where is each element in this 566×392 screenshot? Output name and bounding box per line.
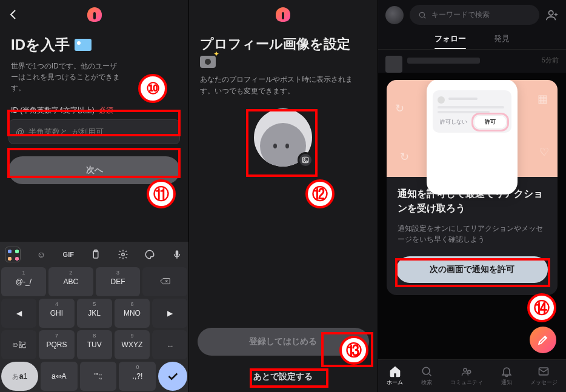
nav-notifications[interactable]: 通知 bbox=[501, 365, 513, 387]
card-description: 通知設定をオンにしてリアクションやメッセージをいち早く確認しよう bbox=[387, 218, 558, 245]
svg-point-8 bbox=[422, 367, 430, 374]
nav-messages[interactable]: メッセージ bbox=[530, 365, 558, 387]
svg-point-7 bbox=[548, 10, 553, 15]
keyboard: ☺ GIF 1@-_/ 2ABC 3DEF ◀ 4GHI bbox=[0, 242, 188, 392]
key-enter[interactable] bbox=[158, 362, 187, 391]
search-placeholder: キーワードで検索 bbox=[431, 10, 490, 20]
nav-label: 検索 bbox=[421, 379, 432, 387]
app-logo-icon bbox=[276, 7, 290, 22]
key-6[interactable]: 6MNO bbox=[115, 299, 150, 328]
feed-item[interactable]: 5分前 bbox=[378, 50, 566, 73]
page-description: 世界で1つのIDです。他のユーザーはこれを見つけることができます。 bbox=[0, 57, 133, 93]
bottom-nav: ホーム 検索 コミュニティ 通知 メッセージ bbox=[378, 359, 566, 392]
key-right[interactable]: ▶ bbox=[152, 299, 187, 328]
search-input[interactable]: キーワードで検索 bbox=[410, 5, 539, 25]
decoration-icon: ♡ bbox=[539, 145, 549, 159]
feed-thumb-icon bbox=[385, 56, 402, 73]
nav-label: コミュニティ bbox=[450, 379, 483, 387]
screen-feed-permission: キーワードで検索 フォロー 発見 5分前 ↻ ▦ ↻ ♡ bbox=[378, 0, 566, 392]
emoji-icon[interactable]: ☺ bbox=[35, 248, 48, 261]
keyboard-apps-icon[interactable] bbox=[5, 247, 21, 262]
palette-icon[interactable] bbox=[143, 248, 156, 261]
screen-id-setup: IDを入手 世界で1つのIDです。他のユーザーはこれを見つけることができます。 … bbox=[0, 0, 188, 392]
page-title: IDを入手 bbox=[0, 29, 188, 57]
decoration-icon: ↻ bbox=[400, 150, 409, 164]
back-icon[interactable] bbox=[6, 7, 21, 22]
allow-notifications-button[interactable]: 次の画面で通知を許可 bbox=[396, 256, 548, 283]
svg-rect-3 bbox=[176, 250, 179, 256]
top-bar: キーワードで検索 bbox=[378, 0, 566, 30]
key-space[interactable]: ⎵ bbox=[152, 330, 187, 359]
compose-fab[interactable] bbox=[530, 327, 556, 353]
field-label-text: ID (半角英数字4文字以上) bbox=[11, 106, 95, 115]
decoration-icon: ↻ bbox=[395, 102, 404, 115]
key-backspace[interactable] bbox=[142, 267, 187, 296]
key-0[interactable]: 0.,?! bbox=[119, 362, 156, 391]
avatar-edit-badge-icon[interactable] bbox=[298, 152, 313, 168]
svg-rect-4 bbox=[303, 158, 308, 163]
key-9[interactable]: 9WXYZ bbox=[115, 330, 150, 359]
nav-search[interactable]: 検索 bbox=[421, 365, 433, 387]
id-field-label: ID (半角英数字4文字以上) 必須 bbox=[0, 93, 188, 119]
avatar-picker[interactable] bbox=[254, 108, 312, 167]
header bbox=[189, 0, 377, 29]
mic-icon[interactable] bbox=[170, 248, 184, 261]
mock-allow-button: 許可 bbox=[474, 115, 507, 129]
required-badge: 必須 bbox=[99, 106, 113, 115]
add-person-icon[interactable] bbox=[545, 8, 559, 22]
feed-text-placeholder bbox=[407, 58, 480, 64]
svg-point-6 bbox=[419, 12, 424, 17]
feed-tabs: フォロー 発見 bbox=[378, 30, 566, 50]
screen-profile-image: プロフィール画像を設定 あなたのプロフィールやポスト時に表示されます。いつでも変… bbox=[188, 0, 377, 392]
svg-point-10 bbox=[467, 370, 470, 373]
app-logo-icon bbox=[87, 7, 102, 22]
key-punct1[interactable]: '":; bbox=[80, 362, 117, 391]
next-button[interactable]: 次へ bbox=[8, 156, 180, 184]
id-input-wrap: @ bbox=[8, 119, 180, 144]
tab-follow[interactable]: フォロー bbox=[434, 33, 466, 44]
key-case-toggle[interactable]: a⇔A bbox=[41, 362, 78, 391]
key-8[interactable]: 8TUV bbox=[77, 330, 112, 359]
nav-label: ホーム bbox=[387, 379, 403, 387]
svg-point-5 bbox=[304, 159, 305, 160]
nav-label: メッセージ bbox=[530, 379, 558, 387]
permission-illustration: ↻ ▦ ↻ ♡ 許可しない 許可 bbox=[387, 80, 558, 177]
nav-community[interactable]: コミュニティ bbox=[450, 365, 483, 387]
skip-link[interactable]: あとで設定する bbox=[189, 371, 377, 382]
key-mode-switch[interactable]: あa1 bbox=[1, 362, 38, 391]
phone-mock-icon: 許可しない 許可 bbox=[427, 80, 518, 194]
id-card-icon bbox=[75, 39, 92, 51]
key-4[interactable]: 4GHI bbox=[39, 299, 74, 328]
key-7[interactable]: 7PQRS bbox=[39, 330, 74, 359]
key-1[interactable]: 1@-_/ bbox=[1, 267, 46, 296]
mock-deny-button: 許可しない bbox=[438, 115, 470, 129]
id-input[interactable] bbox=[8, 119, 180, 144]
page-title-text: IDを入手 bbox=[11, 35, 70, 55]
notification-mock: 許可しない 許可 bbox=[433, 90, 511, 133]
svg-point-9 bbox=[464, 368, 467, 371]
nav-label: 通知 bbox=[501, 379, 512, 387]
key-3[interactable]: 3DEF bbox=[96, 267, 141, 296]
keyboard-toolbar: ☺ GIF bbox=[0, 244, 188, 266]
key-5[interactable]: 5JKL bbox=[77, 299, 112, 328]
key-emoji-mode[interactable]: ☺記 bbox=[1, 330, 36, 359]
decoration-icon: ▦ bbox=[538, 92, 548, 105]
svg-point-2 bbox=[121, 253, 124, 256]
gif-icon[interactable]: GIF bbox=[62, 248, 75, 261]
feed-meta: 5分前 bbox=[542, 56, 559, 73]
at-icon: @ bbox=[16, 127, 24, 137]
nav-home[interactable]: ホーム bbox=[387, 365, 403, 387]
settings-icon[interactable] bbox=[116, 248, 130, 261]
tab-discover[interactable]: 発見 bbox=[494, 33, 510, 44]
key-2[interactable]: 2ABC bbox=[48, 267, 93, 296]
key-left[interactable]: ◀ bbox=[1, 299, 36, 328]
register-start-button[interactable]: 登録してはじめる bbox=[198, 328, 368, 356]
clipboard-icon[interactable] bbox=[89, 248, 102, 261]
page-description: あなたのプロフィールやポスト時に表示されます。いつでも変更できます。 bbox=[189, 68, 377, 96]
header bbox=[0, 0, 188, 29]
camera-icon bbox=[200, 56, 216, 68]
permission-card: ↻ ▦ ↻ ♡ 許可しない 許可 通知を許可して最速でリアクションを受け取ろう bbox=[387, 80, 558, 295]
avatar-icon[interactable] bbox=[385, 6, 404, 24]
annotation-marker: ⑫ bbox=[305, 179, 335, 208]
